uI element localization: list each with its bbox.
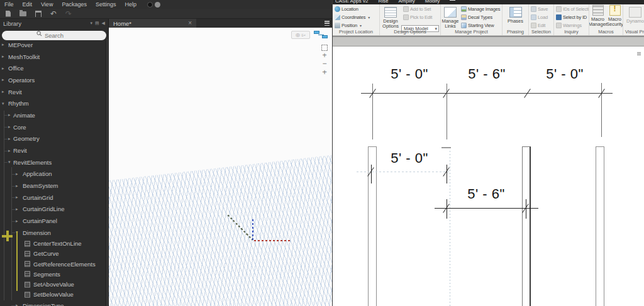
save-selection-button[interactable]: Save	[529, 5, 553, 13]
manage-images-button[interactable]: Manage Images	[459, 5, 500, 13]
library-item-geometry[interactable]: Geometry	[0, 133, 106, 145]
library-item-meshtoolkit[interactable]: MeshToolkit	[0, 51, 106, 63]
hamburger-menu-icon[interactable]	[325, 21, 330, 26]
panel-design-options: Design Options Add to Set Pick to Edit M…	[380, 4, 441, 35]
macro-manager-button[interactable]: Macro Manager	[589, 4, 606, 27]
navigation-bar-icon[interactable]	[637, 52, 641, 55]
add-to-set-icon	[403, 6, 409, 12]
zoom-out-icon[interactable]: −	[321, 60, 328, 67]
location-button[interactable]: Location	[333, 5, 379, 13]
open-file-icon[interactable]	[19, 11, 26, 16]
column-element[interactable]	[596, 146, 604, 306]
library-item-core[interactable]: Core	[0, 121, 106, 133]
menu-help[interactable]: Help	[120, 1, 141, 8]
library-item-rhythm[interactable]: Rhythm	[0, 97, 106, 109]
add-to-set-button[interactable]: Add to Set	[401, 5, 432, 13]
manage-links-button[interactable]: Manage Links	[441, 5, 460, 29]
tab-home[interactable]: Home* ×	[109, 19, 196, 28]
library-item-beamsystem[interactable]: BeamSystem	[0, 180, 106, 192]
library-item-operators[interactable]: Operators	[0, 74, 106, 86]
collapse-panel-icon[interactable]: ◀	[102, 21, 105, 26]
filter-icon[interactable]: ▾	[90, 21, 92, 26]
ids-of-selection-button[interactable]: IDs of Selection	[554, 5, 589, 13]
menu-view[interactable]: View	[36, 1, 57, 8]
notification-icon[interactable]	[147, 2, 153, 8]
new-file-icon[interactable]	[6, 11, 11, 17]
library-item-application[interactable]: Application	[0, 168, 106, 180]
tab-modify[interactable]: Modify	[425, 0, 440, 4]
library-item-revit[interactable]: Revit	[0, 86, 106, 98]
library-item-animate[interactable]: Animate	[0, 109, 106, 121]
panel-manage-project: Manage Links Manage Images Decal Types S…	[441, 4, 502, 35]
node-icon	[25, 251, 30, 256]
dimension-value[interactable]: 5' - 6"	[468, 66, 506, 82]
library-item-curtainpanel[interactable]: CurtainPanel	[0, 215, 106, 227]
design-options-button[interactable]: Design Options	[380, 5, 401, 29]
library-search	[0, 28, 108, 39]
menu-edit[interactable]: Edit	[18, 1, 37, 8]
decal-types-button[interactable]: Decal Types	[459, 13, 500, 21]
ids-of-selection-icon	[556, 6, 562, 12]
tabstrip-icon	[450, 0, 455, 1]
export-camera-buttons[interactable]: ◎ ▻	[291, 31, 310, 39]
library-title: Library	[3, 20, 21, 27]
undo-icon[interactable]: ↶	[50, 11, 57, 17]
library-scrollbar[interactable]	[106, 39, 108, 306]
dynamo-canvas[interactable]: ◎ ▻ + − +	[109, 28, 332, 306]
dynamo-menubar: File Edit View Packages Settings Help	[0, 0, 332, 9]
dynamo-button[interactable]: Dynamo	[625, 5, 644, 24]
dynamo-window: File Edit View Packages Settings Help ↶ …	[0, 0, 332, 306]
macro-manager-icon	[592, 5, 604, 16]
zoom-fit-icon[interactable]	[321, 45, 328, 51]
save-icon[interactable]	[35, 11, 42, 17]
panel-label: Macros	[589, 29, 623, 35]
column-element[interactable]	[522, 146, 531, 306]
pick-to-edit-button[interactable]: Pick to Edit	[401, 13, 432, 21]
coordinates-button[interactable]: Coordinates	[333, 13, 379, 21]
load-selection-icon	[531, 14, 536, 20]
redo-icon[interactable]: ↷	[65, 11, 72, 17]
revit-drawing-area[interactable]: 5' - 0" 5' - 6" 5' - 0" 5' - 0" 5' - 6"	[333, 46, 644, 306]
node-icon	[25, 241, 30, 246]
tab-case-apps[interactable]: CASE Apps v2	[335, 0, 368, 4]
menu-file[interactable]: File	[0, 1, 18, 8]
dynamo-workspace: Home* × ◎ ▻ + − +	[109, 19, 332, 306]
position-icon	[335, 23, 340, 28]
library-item-office[interactable]: Office	[0, 62, 106, 74]
close-icon[interactable]: ×	[188, 20, 192, 26]
zoom-in-icon[interactable]: +	[321, 52, 328, 58]
origin-x-axis	[254, 240, 291, 241]
design-options-icon	[384, 7, 397, 18]
graph-view-toggle-icon[interactable]	[314, 31, 328, 38]
dimension-value[interactable]: 5' - 6"	[467, 186, 505, 202]
account-icon[interactable]	[155, 2, 160, 8]
dimension-value[interactable]: 5' - 0"	[391, 66, 428, 82]
library-item-revitelements[interactable]: RevitElements	[0, 156, 106, 168]
dimension-value[interactable]: 5' - 0"	[546, 66, 584, 82]
phases-button[interactable]: Phases	[506, 5, 526, 24]
panel-phasing: Phases Phasing	[502, 4, 529, 35]
panel-label: Manage Project	[441, 29, 502, 35]
tab-rise[interactable]: Rise	[378, 0, 388, 4]
library-item-curtaingrid[interactable]: CurtainGrid	[0, 192, 106, 204]
revit-ribbon: Location Coordinates Position Project Lo…	[333, 4, 644, 36]
witness-line	[371, 165, 372, 183]
library-item-revit-sub[interactable]: Revit	[0, 145, 106, 156]
tab-amplify[interactable]: Amplify	[399, 0, 415, 4]
macro-security-button[interactable]: Macro Security	[606, 4, 623, 27]
witness-line	[526, 199, 526, 219]
load-selection-button[interactable]: Load	[529, 13, 553, 21]
menu-settings[interactable]: Settings	[91, 1, 121, 8]
window-icon[interactable]: ▤	[95, 21, 99, 26]
pan-icon[interactable]: +	[321, 69, 328, 75]
origin-z-axis	[252, 219, 253, 240]
library-item-mepover[interactable]: MEPover	[0, 39, 106, 51]
library-node-setbelowvalue[interactable]: SetBelowValue	[0, 290, 106, 300]
select-by-id-button[interactable]: Select by ID	[554, 13, 589, 21]
library-item-curtaingridline[interactable]: CurtainGridLine	[0, 204, 106, 216]
library-item-dimensiontype[interactable]: DimensionType	[0, 300, 106, 306]
dimension-value[interactable]: 5' - 0"	[391, 150, 428, 167]
menu-packages[interactable]: Packages	[57, 1, 91, 8]
column-element[interactable]	[368, 146, 377, 306]
column-top-edge	[441, 147, 451, 148]
